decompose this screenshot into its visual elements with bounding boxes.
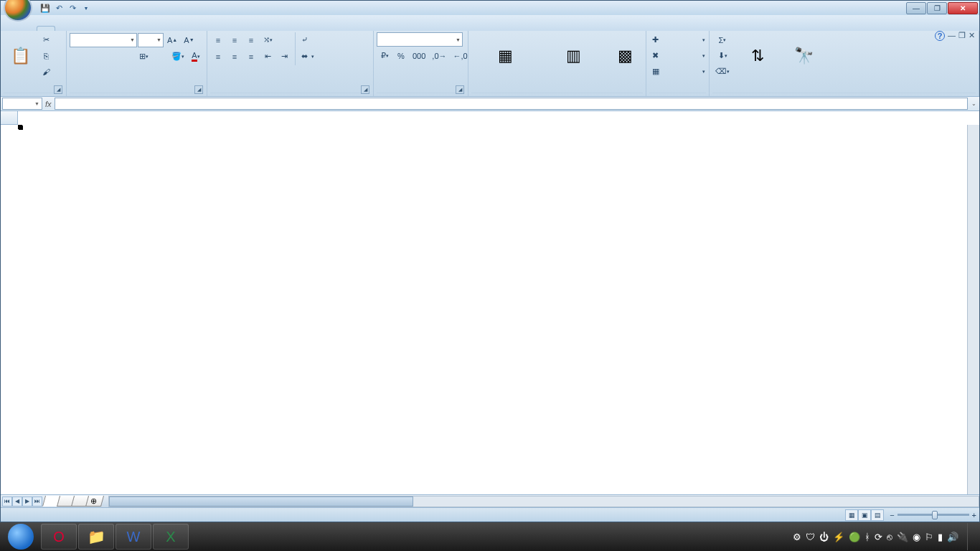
tray-icon-8[interactable]: ◉ [913,532,920,542]
clear-button[interactable]: ⌫▾ [712,64,732,79]
number-format-combo[interactable]: ▼ [377,32,463,47]
grow-font-button[interactable]: A▲ [164,32,180,47]
maximize-button[interactable]: ❐ [927,2,947,14]
paste-button[interactable]: 📋 [4,32,37,81]
horizontal-scrollbar[interactable] [108,496,979,507]
expand-formula-bar-icon[interactable]: ⌄ [968,100,979,107]
align-middle-button[interactable]: ≡ [227,32,242,47]
cut-button[interactable]: ✂ [38,32,54,47]
network-icon[interactable]: ▮ [938,532,943,542]
volume-icon[interactable]: 🔊 [947,532,958,542]
start-button[interactable] [1,523,40,550]
normal-view-button[interactable]: ▦ [845,509,858,521]
format-painter-button[interactable]: 🖌 [38,64,54,79]
zoom-slider[interactable] [897,514,969,516]
align-bottom-button[interactable]: ≡ [243,32,259,47]
tab-review[interactable] [124,27,141,31]
sheet-nav-next[interactable]: ▶ [22,496,32,507]
tray-icon-2[interactable]: 🛡 [806,532,815,542]
accounting-format-button[interactable]: ₽▾ [377,48,392,63]
undo-icon[interactable]: ↶ [53,2,65,14]
font-size-combo[interactable]: ▼ [138,33,164,47]
number-dialog-launcher[interactable]: ◢ [456,85,464,94]
bluetooth-icon[interactable]: ᚼ [864,532,870,542]
qat-customize-icon[interactable]: ▼ [80,2,92,14]
italic-button[interactable] [86,49,102,64]
fx-icon[interactable]: fx [45,100,52,108]
increase-decimal-button[interactable]: ,0→ [429,48,449,63]
close-workbook-icon[interactable]: ✕ [969,31,975,41]
minimize-button[interactable]: — [906,2,926,14]
page-layout-view-button[interactable]: ▣ [858,509,871,521]
shrink-font-button[interactable]: A▼ [181,32,197,47]
cell-styles-button[interactable]: ▩ [607,32,643,81]
taskbar-excel[interactable]: X [153,524,189,550]
sheet-nav-first[interactable]: ⏮ [2,496,12,507]
tray-icon-7[interactable]: ⎋ [887,532,892,542]
conditional-formatting-button[interactable]: ▦ [471,32,540,81]
taskbar-explorer[interactable]: 📁 [78,524,114,550]
show-desktop-button[interactable] [967,523,974,550]
tray-icon-1[interactable]: ⚙ [793,532,801,542]
page-break-view-button[interactable]: ▤ [871,509,884,521]
underline-button[interactable] [103,49,118,64]
zoom-out-button[interactable]: − [890,511,894,519]
tab-formulas[interactable] [90,27,107,31]
power-icon[interactable]: 🔌 [897,532,908,542]
decrease-decimal-button[interactable]: ←,0 [451,48,471,63]
orientation-button[interactable]: ⤭▾ [260,32,275,47]
tab-page-layout[interactable] [72,27,90,31]
taskbar-word[interactable]: W [116,524,151,550]
autosum-button[interactable]: Σ▾ [712,32,732,47]
tray-icon-6[interactable]: ⟳ [875,532,882,542]
font-name-combo[interactable]: ▼ [70,33,137,47]
action-center-icon[interactable]: ⚐ [925,532,933,542]
hscroll-thumb[interactable] [109,496,413,507]
font-color-button[interactable]: A▾ [188,49,204,64]
save-icon[interactable]: 💾 [39,2,51,14]
cells-area[interactable] [18,125,967,494]
align-right-button[interactable]: ≡ [243,49,259,64]
comma-format-button[interactable]: 000 [410,48,428,63]
align-top-button[interactable]: ≡ [210,32,226,47]
tab-view[interactable] [141,27,159,31]
align-center-button[interactable]: ≡ [227,49,242,64]
delete-cells-button[interactable]: ✖ ▾ [649,48,708,63]
alignment-dialog-launcher[interactable]: ◢ [361,85,369,94]
new-sheet-button[interactable]: ⊕ [85,496,104,507]
restore-workbook-icon[interactable]: ❐ [958,31,966,41]
format-as-table-button[interactable]: ▥ [542,32,606,81]
format-cells-button[interactable]: ▦ ▾ [649,64,708,79]
tray-icon-4[interactable]: ⚡ [833,532,844,542]
borders-button[interactable]: ⊞▾ [136,49,151,64]
sheet-nav-last[interactable]: ⏭ [32,496,42,507]
vertical-scrollbar[interactable] [967,125,979,494]
zoom-slider-thumb[interactable] [932,511,938,519]
zoom-in-button[interactable]: + [972,511,976,519]
tray-icon-3[interactable]: ⏻ [819,532,829,542]
formula-input[interactable] [55,98,968,110]
align-left-button[interactable]: ≡ [210,49,226,64]
tab-data[interactable] [107,27,124,31]
decrease-indent-button[interactable]: ⇤ [260,49,275,64]
percent-format-button[interactable]: % [393,48,409,63]
name-box[interactable]: ▼ [2,98,42,110]
font-dialog-launcher[interactable]: ◢ [194,85,203,94]
minimize-ribbon-icon[interactable]: — [948,31,956,41]
copy-button[interactable]: ⎘ [38,48,54,63]
select-all-corner[interactable] [1,111,18,125]
sort-filter-button[interactable]: ⇅ [734,32,781,81]
tab-insert[interactable] [55,27,72,31]
fill-color-button[interactable]: 🪣▾ [169,49,187,64]
close-button[interactable]: ✕ [948,2,978,14]
sheet-nav-prev[interactable]: ◀ [12,496,22,507]
51tray-icon-5[interactable]: 🟢 [849,532,860,542]
help-icon[interactable]: ? [935,31,945,41]
bold-button[interactable] [70,49,85,64]
taskbar-opera[interactable]: O [41,524,77,550]
fill-button[interactable]: ⬇▾ [712,48,732,63]
find-select-button[interactable]: 🔭 [783,32,824,81]
increase-indent-button[interactable]: ⇥ [276,49,292,64]
tab-home[interactable] [37,26,55,31]
redo-icon[interactable]: ↷ [67,2,78,14]
